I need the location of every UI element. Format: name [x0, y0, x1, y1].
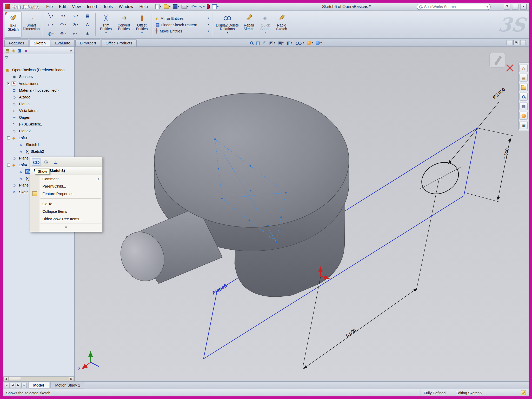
trim-entities-button[interactable]: ╳ Trim Entities▾ — [97, 11, 114, 38]
filter-icon[interactable]: ▽ — [5, 55, 8, 60]
zoom-fit-icon[interactable] — [249, 39, 254, 46]
rapid-sketch-button[interactable]: ↯ Rapid Sketch — [273, 11, 290, 38]
tree-item-alzado[interactable]: Alzado — [3, 94, 74, 100]
tab-scroll-last-icon[interactable]: » — [21, 383, 27, 388]
mirror-entities-button[interactable]: ◭ Mirror Entities▾ — [155, 16, 209, 21]
smart-dimension-button[interactable]: ↔◠ Smart Dimension — [22, 11, 41, 38]
linear-pattern-button[interactable]: ▦ Linear Sketch Pattern▾ — [155, 22, 209, 27]
normal-to-icon[interactable]: ⊥ — [52, 158, 60, 166]
collapse-icon[interactable]: − — [7, 136, 10, 139]
reference-icon[interactable] — [206, 3, 210, 10]
doc-close-button[interactable]: × — [520, 40, 526, 45]
custom-properties-icon[interactable]: ▣ — [520, 121, 528, 129]
appearances-icon[interactable] — [520, 112, 528, 120]
menu-item-go-to[interactable]: Go To... — [30, 200, 102, 208]
diameter-dimension[interactable]: Ø2.000 — [492, 87, 506, 100]
tab-model[interactable]: Model — [28, 382, 49, 388]
menu-item-parent-child[interactable]: Parent/Child... — [30, 183, 102, 190]
appearances-icon[interactable]: ▾ — [306, 39, 314, 46]
tree-item-3dsketch1[interactable]: (-) 3DSketch1 — [3, 121, 74, 128]
menu-expand-chevron[interactable]: » — [30, 225, 102, 231]
hide-show-items-icon[interactable]: ▾ — [294, 39, 305, 46]
undo-icon[interactable]: ↶▾ — [190, 3, 197, 10]
tab-scroll-left-icon[interactable]: ◀ — [10, 383, 15, 388]
panel-chevron-icon[interactable]: » — [70, 49, 72, 52]
menu-insert[interactable]: Insert — [84, 3, 100, 11]
scene-icon[interactable]: ▾ — [315, 39, 322, 46]
model-view[interactable]: Plane8 — [75, 47, 529, 381]
tree-item-sensors[interactable]: Sensors — [3, 73, 74, 80]
ellipse-tool-icon[interactable]: ⊘▾ — [69, 20, 81, 29]
open-icon[interactable]: ▾ — [163, 3, 171, 10]
section-view-icon[interactable]: ◩▾ — [268, 39, 276, 46]
home-icon[interactable]: ⌂ — [520, 64, 528, 72]
plane-tool-icon[interactable]: ⊕▾ — [57, 29, 69, 38]
tree-item-sketch2[interactable]: (-) Sketch2 — [3, 148, 74, 155]
menu-help[interactable]: Help — [136, 3, 151, 11]
tree-item-annotations[interactable]: +Anotaciones — [3, 80, 74, 87]
rectangle-tool-icon[interactable]: □▾ — [45, 20, 57, 29]
menu-item-collapse-items[interactable]: Collapse Items — [30, 208, 102, 215]
width-dimension[interactable]: 6.000 — [345, 328, 357, 338]
menu-item-hide-show-tree[interactable]: Hide/Show Tree Items... — [30, 215, 102, 223]
doc-minimize-button[interactable]: ▁ — [507, 40, 512, 45]
menu-edit[interactable]: Edit — [56, 3, 69, 11]
show-icon[interactable] — [32, 158, 41, 166]
tree-item-loft3[interactable]: −Loft3 — [3, 134, 74, 141]
scroll-thumb[interactable] — [9, 377, 21, 381]
sketch-grid-icon[interactable]: ▾ — [211, 3, 219, 10]
expand-icon[interactable]: + — [7, 82, 10, 85]
tab-motion-study[interactable]: Motion Study 1 — [50, 382, 85, 388]
zoom-area-icon[interactable]: ◱ — [255, 39, 261, 46]
menu-file[interactable]: File — [43, 3, 56, 11]
exit-sketch-button[interactable]: ↱ Exit Sketch — [5, 11, 22, 38]
collapse-icon[interactable]: − — [7, 163, 10, 167]
tab-features[interactable]: Features — [4, 39, 29, 46]
dimxpert-manager-tab-icon[interactable]: ◆ — [24, 48, 28, 52]
tab-dimxpert[interactable]: DimXpert — [75, 39, 101, 46]
tree-item-plane2[interactable]: Plane2 — [3, 128, 74, 134]
point-tool-icon[interactable]: ◎▾ — [45, 29, 57, 38]
tab-scroll-right-icon[interactable]: ▶ — [16, 383, 21, 388]
search-box[interactable]: ▾ — [417, 4, 491, 10]
menu-view[interactable]: View — [69, 3, 84, 11]
graphics-viewport[interactable]: Plane8 — [75, 47, 529, 381]
tab-evaluate[interactable]: Evaluate — [51, 39, 75, 46]
menu-window[interactable]: Window — [116, 3, 136, 11]
move-entities-button[interactable]: ╋ Move Entities▾ — [155, 29, 209, 34]
construction-tool-icon[interactable]: ∗ — [81, 29, 93, 38]
text-tool-icon[interactable]: A — [81, 20, 93, 29]
select-cursor-icon[interactable]: ↖▾ — [198, 3, 205, 10]
print-icon[interactable]: ▾ — [181, 3, 189, 10]
configuration-manager-tab-icon[interactable]: ▣ — [18, 48, 22, 52]
scroll-right-icon[interactable]: ▶ — [69, 377, 74, 381]
tab-sketch[interactable]: Sketch — [29, 39, 50, 46]
save-icon[interactable]: ▾ — [172, 3, 180, 10]
design-library-icon[interactable]: ▤ — [520, 74, 528, 82]
feature-manager-tab-icon[interactable]: ▤ — [5, 48, 9, 52]
view-palette-icon[interactable]: ▦ — [520, 102, 528, 110]
view-orientation-icon[interactable]: ▣▾ — [277, 39, 284, 46]
tree-item-material[interactable]: Material <not specified> — [3, 87, 74, 94]
menu-item-feature-properties[interactable]: Feature Properties... — [30, 190, 102, 197]
tab-scroll-first-icon[interactable]: « — [4, 383, 10, 388]
tree-item-part[interactable]: OperaBasicas (Predeterminado — [3, 66, 74, 73]
search-input[interactable] — [424, 5, 484, 9]
menu-tools[interactable]: Tools — [100, 3, 116, 11]
display-delete-relations-button[interactable]: Display/Delete Relations▾ — [214, 11, 241, 38]
confirmation-corner[interactable] — [490, 53, 513, 71]
tab-office-products[interactable]: Office Products — [101, 39, 137, 46]
file-explorer-icon[interactable] — [520, 83, 528, 91]
display-style-icon[interactable]: ◧▾ — [286, 39, 293, 46]
convert-entities-button[interactable]: ⇉ Convert Entities — [114, 11, 133, 38]
offset-entities-button[interactable]: ∥ Offset Entities▾ — [133, 11, 150, 38]
search-dropdown-icon[interactable]: ▾ — [487, 5, 488, 8]
spline-tool-icon[interactable]: ∿▾ — [69, 11, 81, 20]
new-document-icon[interactable]: ▾ — [155, 3, 162, 10]
search-icon[interactable] — [520, 93, 528, 101]
ellipse-sketch[interactable] — [416, 156, 464, 200]
line-tool-icon[interactable]: ╲▾ — [45, 11, 57, 20]
fillet-tool-icon[interactable]: ⌐▾ — [69, 29, 81, 38]
close-button[interactable]: × — [520, 4, 527, 9]
doc-restore-button[interactable]: ▣ — [513, 40, 519, 45]
